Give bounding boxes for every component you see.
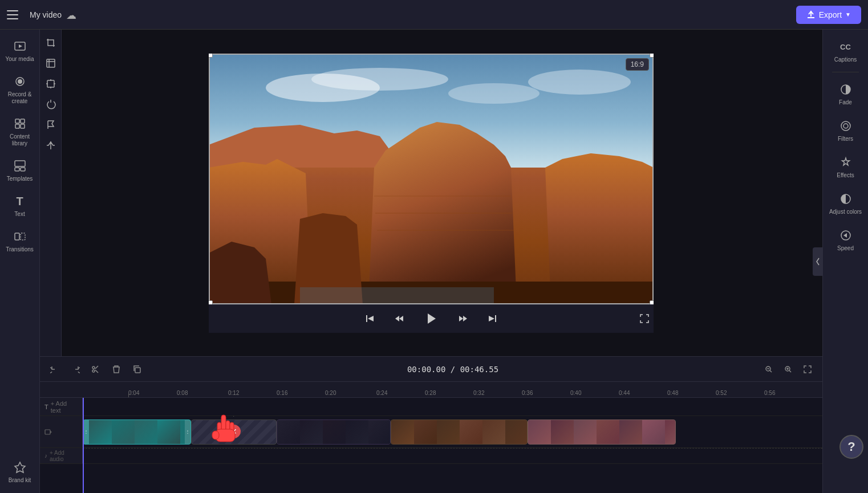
right-tool-adjust-colors[interactable]: Adjust colors [825, 186, 866, 219]
sidebar-item-record-create[interactable]: Record & create [2, 70, 38, 109]
video-track-content: ⋮ ⋮ ✕ [83, 416, 822, 447]
undo-button[interactable] [47, 361, 63, 377]
skip-to-start-button[interactable] [360, 309, 379, 328]
ruler-mark-1: 0:08 [177, 390, 188, 396]
video-clip-1[interactable]: ⋮ ⋮ [83, 419, 191, 445]
audio-track-row: ♪ + Add audio [40, 448, 822, 464]
clip-thumb-3 [135, 420, 157, 444]
right-tool-filters[interactable]: Filters [825, 113, 866, 146]
menu-button[interactable] [7, 7, 23, 23]
clip-4-thumb [528, 420, 551, 444]
zoom-out-button[interactable] [761, 361, 777, 377]
ruler-mark-13: 0:56 [764, 390, 775, 396]
corner-handle-tr[interactable] [650, 54, 654, 58]
sidebar-item-transitions[interactable]: Transitions [2, 225, 38, 258]
svg-marker-45 [50, 431, 52, 433]
export-icon [806, 10, 816, 19]
project-title[interactable]: My video [30, 10, 62, 19]
resize-tool[interactable] [42, 55, 59, 72]
corner-handle-br[interactable] [650, 300, 654, 304]
timeline-time-display: 00:00.00 / 00:46.55 [149, 365, 756, 374]
svg-point-17 [311, 68, 448, 91]
gap-delete-icon[interactable]: ✕ [227, 425, 241, 438]
clip-left-handle[interactable]: ⋮ [83, 420, 89, 444]
right-sidebar: CC Captions Fade Filters Effects [822, 30, 868, 493]
main-layout: Your media Record & create Content libra… [0, 30, 868, 493]
redo-button[interactable] [67, 361, 83, 377]
timeline-tracks: T + Add text ⋮ [40, 398, 822, 493]
clip-4-thumb-2 [551, 420, 574, 444]
duplicate-button[interactable] [129, 361, 145, 377]
sidebar-item-brand-kit[interactable]: Brand kit [2, 455, 38, 488]
svg-rect-13 [47, 59, 55, 67]
record-icon [13, 74, 27, 89]
video-preview [209, 54, 654, 304]
video-clip-4[interactable] [528, 419, 676, 445]
clip-3-thumb-2 [414, 420, 437, 444]
fit-button[interactable] [800, 361, 816, 377]
help-button[interactable]: ? [839, 435, 863, 459]
clip-thumbnail-strip [89, 420, 185, 444]
clip-thumb-1 [89, 420, 112, 444]
sidebar-item-your-media[interactable]: Your media [2, 34, 38, 67]
clip-3-thumb-4 [460, 420, 482, 444]
ruler-mark-12: 0:52 [716, 390, 727, 396]
collapse-panel-button[interactable] [813, 247, 823, 276]
save-icon[interactable]: ☁ [66, 9, 78, 21]
corner-handle-tl[interactable] [209, 54, 213, 58]
zoom-in-button[interactable] [780, 361, 796, 377]
svg-point-39 [92, 366, 95, 369]
clip-right-handle[interactable]: ⋮ [185, 420, 190, 444]
playhead[interactable] [83, 398, 84, 493]
clip-3-thumb-5 [482, 420, 505, 444]
audio-track-content [83, 448, 822, 463]
your-media-label: Your media [5, 56, 34, 63]
sidebar-item-content-library[interactable]: Content library [2, 112, 38, 152]
rewind-button[interactable] [390, 309, 408, 328]
cut-button[interactable] [88, 361, 104, 377]
ruler-mark-6: 0:28 [425, 390, 436, 396]
clip-4-thumb-3 [574, 420, 597, 444]
left-sidebar: Your media Record & create Content libra… [0, 30, 40, 493]
speed-icon [838, 227, 854, 243]
video-clip-3[interactable] [391, 419, 528, 445]
right-tool-effects[interactable]: Effects [825, 150, 866, 183]
audio-track-label: ♪ + Add audio [40, 448, 83, 463]
adjust-colors-icon [838, 191, 854, 207]
delete-button[interactable] [108, 361, 124, 377]
clip-2-strip [277, 420, 390, 444]
gap-clip[interactable]: ✕ Delete this gap [191, 419, 277, 445]
flip-tool[interactable] [42, 137, 59, 154]
transitions-label: Transitions [6, 246, 34, 253]
clip-4-thumb-5 [619, 420, 642, 444]
text-track-label: T + Add text [40, 398, 83, 415]
svg-rect-44 [45, 430, 50, 434]
fullscreen-button[interactable] [635, 309, 654, 328]
add-audio-label[interactable]: + Add audio [50, 450, 78, 462]
corner-handle-bl[interactable] [209, 300, 213, 304]
right-tool-speed[interactable]: Speed [825, 223, 866, 256]
crop-tool[interactable] [42, 34, 59, 51]
ruler-mark-5: 0:24 [376, 390, 387, 396]
video-background [209, 54, 654, 304]
aspect-ratio-badge[interactable]: 16:9 [626, 58, 649, 71]
sidebar-item-text[interactable]: T Text [2, 189, 38, 222]
video-clip-2[interactable] [277, 419, 391, 445]
rotate-tool[interactable] [42, 96, 59, 113]
export-button[interactable]: Export ▼ [796, 6, 861, 24]
skip-to-end-button[interactable] [484, 309, 502, 328]
svg-marker-12 [15, 462, 25, 472]
transform-tool[interactable] [42, 75, 59, 92]
svg-rect-7 [15, 161, 25, 166]
templates-icon [13, 158, 27, 173]
sidebar-item-templates[interactable]: Templates [2, 154, 38, 187]
content-library-icon [13, 116, 27, 131]
add-text-label[interactable]: + Add text [51, 400, 78, 414]
fade-label: Fade [839, 99, 852, 105]
clip-3-thumb [391, 420, 414, 444]
fast-forward-button[interactable] [454, 309, 472, 328]
right-tool-captions[interactable]: CC Captions [825, 34, 866, 67]
play-button[interactable] [420, 307, 443, 330]
flag-tool[interactable] [42, 116, 59, 133]
right-tool-fade[interactable]: Fade [825, 77, 866, 110]
